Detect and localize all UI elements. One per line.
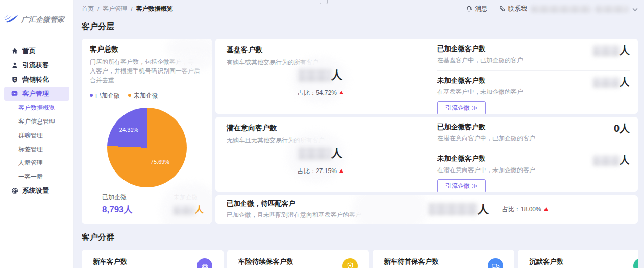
user-icon: [11, 61, 18, 69]
person-icon: [633, 258, 638, 268]
new-car-customers-card[interactable]: 新车客户数 购车时间3个月的客户: [82, 250, 224, 268]
legend-not-added: 未加企微: [128, 91, 158, 100]
brand-logo[interactable]: 广汇企微管家: [0, 0, 73, 37]
sidebar-item-label: 系统设置: [22, 186, 49, 196]
layer-right-column: 基盘客户数 有购车或其他交易行为的所有客户 人 占比：54.72% 已加企微客户…: [215, 39, 638, 224]
car-icon: [197, 258, 212, 268]
sidebar-subitem-audience[interactable]: 人群管理: [0, 156, 73, 170]
side-value: 0人: [614, 121, 630, 135]
customer-chat-icon: [11, 90, 18, 98]
sidebar-subitem-group-chat[interactable]: 群聊管理: [0, 129, 73, 142]
logo-swoosh-icon: [4, 13, 19, 27]
contact-button[interactable]: 联系我: [499, 5, 528, 13]
sidebar-item-customer-management[interactable]: 客户管理: [4, 87, 69, 101]
contact-label: 联系我: [508, 5, 528, 13]
insurance-renewal-customers-card[interactable]: 车险待续保客户数 近一个月内车险即将到期的客户: [227, 250, 369, 268]
svg-text:C: C: [13, 78, 16, 81]
total-card-title: 客户总数: [90, 45, 204, 54]
sidebar-subitem-one-customer-one-group[interactable]: 一客一群: [0, 170, 73, 184]
group-card-title: 新车客户数: [93, 257, 152, 266]
side-description: 在基盘客户中，未加企微的客户: [437, 88, 630, 96]
sidebar-subitem-tags[interactable]: 标签管理: [0, 142, 73, 156]
app-window: 广汇企微管家 首页 引流获客 C 营销转化: [0, 0, 644, 268]
metric-value-block: 人 占比：27.15%: [215, 145, 426, 176]
pie-label-added: 24.31%: [114, 127, 144, 133]
metric-ratio: 占比：27.15%: [215, 167, 426, 176]
lead-to-weixin-button[interactable]: 引流企微 ≫: [437, 101, 486, 114]
desc-line2: 入客户，并根据手机号码识别同一客户后合并去重: [90, 67, 200, 84]
stat-value-added: 8,793人: [102, 204, 133, 215]
potential-metric-pane: 潜在意向客户数 无购车且无其他交易行为的所有客户 人 占比：27.15%: [215, 117, 426, 192]
metric-value: 人: [215, 67, 426, 83]
card-title: 已加企微，待匹配客户: [227, 199, 380, 208]
pie-legend: 已加企微 未加企微: [90, 91, 204, 100]
side-added-block: 已加企微客户数 在基盘客户中，已加企微的客户 人: [437, 44, 630, 65]
metric-ratio: 占比：54.72%: [215, 89, 426, 98]
potential-customers-card: 潜在意向客户数 无购车且无其他交易行为的所有客户 人 占比：27.15% 已加企…: [215, 117, 638, 192]
stat-not-added-weixin: 未加企微 人: [174, 193, 204, 215]
sidebar-item-label: 引流获客: [22, 61, 49, 70]
side-not-added-block: 未加企微客户数 在潜在意向客户中，未加企微的客户 人 引流企微 ≫: [437, 154, 630, 192]
topbar-right: 消息 联系我: [466, 5, 638, 13]
side-value: 人: [593, 43, 630, 57]
sidebar-item-home[interactable]: 首页: [4, 44, 69, 58]
pending-match-value: 人: [429, 202, 489, 217]
total-customers-card: 客户总数 门店的所有客户数，包括企微客户，导 入客户，并根据手机号码识别同一客户…: [82, 39, 212, 224]
side-description: 在潜在意向客户中，未加企微的客户: [437, 166, 630, 175]
total-card-description: 门店的所有客户数，包括企微客户，导 入客户，并根据手机号码识别同一客户后合并去重: [90, 57, 204, 85]
trend-up-icon: [544, 207, 548, 211]
topbar: 首页 / 客户管理 / 客户数据概览 消息 联系我: [82, 0, 638, 18]
sidebar: 广汇企微管家 首页 引流获客 C 营销转化: [0, 0, 74, 268]
breadcrumb-section[interactable]: 客户管理: [103, 5, 127, 13]
metric-title: 潜在意向客户数: [227, 124, 414, 133]
first-maintenance-customers-card[interactable]: 新车待首保客户数 购车时间5~7个月内，且无保养记录的客户: [373, 250, 514, 268]
sidebar-nav: 首页 引流获客 C 营销转化 客户管理 客户数据概览 客户: [0, 44, 73, 198]
potential-side-pane: 已加企微客户数 在潜在意向客户中，已加企微的客户 0人 未加企微客户数 在潜在意…: [426, 117, 638, 192]
layer-grid: 客户总数 门店的所有客户数，包括企微客户，导 入客户，并根据手机号码识别同一客户…: [82, 39, 638, 224]
group-card-title: 新车待首保客户数: [384, 257, 488, 266]
horizontal-divider: [437, 149, 630, 149]
layer-section-title: 客户分层: [82, 21, 638, 32]
side-description: 在潜在意向客户中，已加企微的客户: [437, 134, 630, 143]
sidebar-item-lead-acquisition[interactable]: 引流获客: [4, 58, 69, 72]
trend-up-icon: [339, 169, 343, 173]
group-card-title: 沉默客户数: [529, 257, 595, 266]
metric-description: 无购车且无其他交易行为的所有客户: [227, 136, 414, 145]
sidebar-item-marketing[interactable]: C 营销转化: [4, 72, 69, 86]
metric-value: 人: [215, 145, 426, 161]
breadcrumb-home[interactable]: 首页: [82, 5, 94, 13]
side-added-block: 已加企微客户数 在潜在意向客户中，已加企微的客户 0人: [437, 123, 630, 143]
group-grid: 新车客户数 购车时间3个月的客户 车险待续保客户数 近一个月内车险即将到期的客户: [82, 250, 638, 268]
lead-to-weixin-button[interactable]: 引流企微 ≫: [437, 179, 486, 192]
shield-plus-icon: [342, 258, 358, 268]
stat-value-not-added: 人: [174, 204, 204, 215]
messages-button[interactable]: 消息: [466, 5, 488, 13]
browser-artifact-square: [320, 0, 328, 4]
base-side-pane: 已加企微客户数 在基盘客户中，已加企微的客户 人 未加企微客户数 在基盘客户中，…: [426, 39, 638, 114]
pending-match-text: 已加企微，待匹配客户 已加企微，且未匹配到潜在意向和基盘客户的客户: [227, 199, 380, 220]
sidebar-item-system-settings[interactable]: 系统设置: [4, 184, 69, 198]
pending-match-ratio: 占比：18.00%: [502, 205, 548, 214]
chevron-down-icon[interactable]: [632, 6, 638, 13]
silent-customers-card[interactable]: 沉默客户数 超过180天未到店的客户: [518, 250, 638, 268]
group-section-title: 客户分群: [82, 232, 638, 243]
sidebar-item-label: 营销转化: [22, 75, 49, 84]
stat-label: 未加企微: [174, 193, 204, 202]
stat-label: 已加企微: [102, 193, 133, 202]
sidebar-subitem-customer-info[interactable]: 客户信息管理: [0, 115, 73, 129]
breadcrumb-current: 客户数据概览: [136, 5, 173, 13]
base-customers-card: 基盘客户数 有购车或其他交易行为的所有客户 人 占比：54.72% 已加企微客户…: [215, 39, 638, 114]
redacted-contact-info: [531, 6, 591, 12]
metric-value-block: 人 占比：54.72%: [215, 67, 426, 98]
sidebar-subitem-customer-data-overview[interactable]: 客户数据概览: [0, 101, 73, 115]
side-not-added-block: 未加企微客户数 在基盘客户中，未加企微的客户 人 引流企微 ≫: [437, 76, 630, 114]
home-icon: [11, 47, 18, 55]
phone-icon: [499, 5, 506, 13]
trend-up-icon: [339, 91, 343, 94]
breadcrumb: 首页 / 客户管理 / 客户数据概览: [82, 5, 173, 13]
side-description: 在基盘客户中，已加企微的客户: [437, 56, 630, 65]
logo-text: 广汇企微管家: [21, 15, 64, 25]
bell-icon: [466, 5, 473, 13]
customer-pie-chart[interactable]: 24.31% 75.69%: [107, 108, 187, 187]
side-title: 已加企微客户数: [437, 123, 630, 132]
